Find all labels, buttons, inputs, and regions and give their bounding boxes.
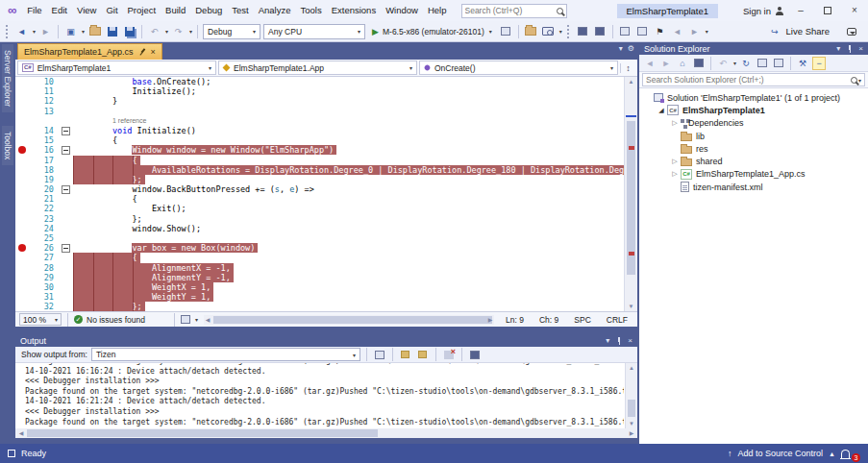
line-indicator[interactable]: Ln: 9 [500, 315, 530, 325]
search-icon[interactable] [851, 77, 857, 84]
code-text[interactable]: Initialize(); [73, 86, 624, 96]
outlining-margin[interactable] [59, 96, 73, 106]
code-line[interactable]: 29 AlignmentY = -1, [15, 273, 624, 282]
menu-build[interactable]: Build [161, 0, 190, 21]
feedback-icon[interactable] [847, 28, 856, 36]
outlining-margin[interactable] [59, 214, 73, 224]
breakpoint-margin[interactable] [15, 107, 28, 116]
solution-tree[interactable]: Solution 'ElmSharpTemplate1' (1 of 1 pro… [639, 88, 868, 444]
solution-platform-dropdown[interactable]: Any CPU▾ [263, 24, 365, 39]
pin-icon[interactable] [615, 337, 622, 345]
collapse-region-icon[interactable] [62, 244, 70, 253]
tree-item-shared[interactable]: ▷shared [639, 155, 868, 167]
outlining-margin[interactable] [59, 116, 73, 126]
breakpoint-margin[interactable] [15, 126, 28, 135]
expander-icon[interactable]: ▷ [670, 158, 680, 165]
solution-configuration-dropdown[interactable]: Debug▾ [203, 24, 260, 39]
next-bookmark-icon[interactable]: ► [687, 24, 702, 38]
code-editor[interactable]: 10 base.OnCreate();11 Initialize();12 }1… [15, 77, 637, 311]
breakpoint-margin[interactable] [15, 282, 28, 292]
outlining-margin[interactable] [59, 184, 73, 194]
document-well-caret-icon[interactable]: ▾ [619, 44, 623, 53]
editor-vertical-scrollbar[interactable]: ▲ ▼ [624, 77, 637, 311]
breakpoint-margin[interactable] [15, 224, 28, 233]
expander-icon[interactable]: ▷ [670, 170, 680, 178]
menu-tools[interactable]: Tools [295, 0, 326, 21]
outlining-margin[interactable] [59, 282, 73, 292]
indent-mode-indicator[interactable]: SPC [568, 315, 596, 325]
expander-icon[interactable]: ▷ [670, 119, 680, 127]
breakpoint-margin[interactable] [15, 273, 28, 282]
menu-test[interactable]: Test [227, 0, 253, 21]
switch-views-icon[interactable] [692, 57, 706, 70]
code-text[interactable]: { [73, 135, 624, 145]
home-icon[interactable]: ⌂ [676, 57, 689, 70]
collapse-region-icon[interactable] [62, 146, 70, 155]
code-line[interactable]: 22 Exit(); [15, 204, 624, 213]
code-text[interactable]: Window window = new Window("ElmSharpApp"… [73, 145, 624, 155]
previous-message-icon[interactable] [399, 349, 412, 361]
output-horizontal-scrollbar[interactable]: ◀ ▶ [15, 428, 637, 438]
bookmark-icon[interactable]: ⚑ [653, 24, 667, 38]
code-text[interactable]: WeightY = 1, [73, 292, 624, 302]
code-text[interactable]: AlignmentX = -1, [73, 263, 624, 273]
breakpoint-margin[interactable] [15, 204, 28, 213]
code-line[interactable]: 28 AlignmentX = -1, [15, 263, 624, 273]
output-panel-header[interactable]: Output ▾ × [15, 334, 637, 347]
sign-in-button[interactable]: Sign in [743, 6, 783, 16]
solution-search-box[interactable]: ▾ [642, 73, 865, 86]
code-line[interactable]: 14 void Initialize() [15, 126, 624, 135]
add-to-source-control-button[interactable]: Add to Source Control [738, 449, 824, 458]
breakpoint-margin[interactable] [15, 116, 28, 126]
step-into-icon[interactable] [618, 24, 632, 38]
sidebar-tab-server-explorer[interactable]: Server Explorer [2, 44, 13, 112]
code-line[interactable]: 15 { [15, 135, 624, 145]
code-text[interactable]: AlignmentY = -1, [73, 273, 624, 282]
code-text[interactable]: void Initialize() [73, 126, 624, 135]
pending-changes-filter-icon[interactable]: ↶ [716, 57, 730, 70]
refresh-icon[interactable]: ↻ [739, 57, 753, 70]
certificate-manager-icon[interactable] [576, 24, 590, 38]
live-share-icon[interactable]: ↪ [768, 24, 782, 38]
undo-caret[interactable]: ▾ [165, 28, 168, 35]
code-text[interactable]: Exit(); [73, 204, 624, 213]
code-line[interactable]: 27 { [15, 253, 624, 262]
search-icon[interactable] [557, 8, 563, 14]
redo-caret[interactable]: ▾ [189, 28, 192, 35]
close-button[interactable]: × [845, 1, 864, 20]
document-well-gear-icon[interactable]: ⚙ [628, 44, 634, 53]
scroll-left-icon[interactable]: ◀ [204, 315, 211, 325]
save-icon[interactable] [105, 24, 119, 38]
collapse-region-icon[interactable] [62, 185, 70, 194]
outlining-margin[interactable] [59, 165, 73, 175]
output-source-dropdown[interactable]: Tizen▾ [91, 348, 360, 361]
menu-debug[interactable]: Debug [190, 0, 227, 21]
code-line[interactable]: 16 Window window = new Window("ElmSharpA… [15, 145, 624, 155]
outlining-margin[interactable] [59, 175, 73, 184]
window-position-caret-icon[interactable]: ▾ [836, 44, 840, 53]
live-share-label[interactable]: Live Share [786, 26, 830, 37]
tree-item-lib[interactable]: lib [639, 130, 868, 142]
hot-reload-icon[interactable] [499, 24, 513, 38]
output-h-scrollbar-thumb[interactable] [27, 429, 378, 437]
code-text[interactable]: }; [73, 302, 624, 311]
navigate-backward-caret[interactable]: ▾ [33, 28, 36, 35]
code-text[interactable] [73, 107, 624, 116]
breakpoint-margin[interactable] [15, 135, 28, 145]
breakpoint-dot[interactable] [18, 146, 26, 154]
background-tasks-icon[interactable] [8, 450, 15, 457]
outlining-margin[interactable] [59, 292, 73, 302]
emulator-manager-icon[interactable] [541, 24, 556, 38]
menu-extensions[interactable]: Extensions [327, 0, 381, 21]
step-over-icon[interactable] [635, 24, 650, 38]
outlining-margin[interactable] [59, 243, 73, 253]
tree-item-dependencies[interactable]: ▷Dependencies [639, 117, 868, 130]
code-line[interactable]: 21 { [15, 194, 624, 204]
close-panel-icon[interactable]: × [628, 336, 632, 345]
menu-help[interactable]: Help [423, 0, 452, 21]
code-text[interactable]: window.Show(); [73, 224, 624, 233]
code-text[interactable]: 1 reference [73, 116, 624, 126]
code-line[interactable]: 19 }; [15, 175, 624, 184]
tree-item-tizen-manifest-xml[interactable]: tizen-manifest.xml [639, 181, 868, 193]
pin-icon[interactable] [136, 46, 147, 57]
